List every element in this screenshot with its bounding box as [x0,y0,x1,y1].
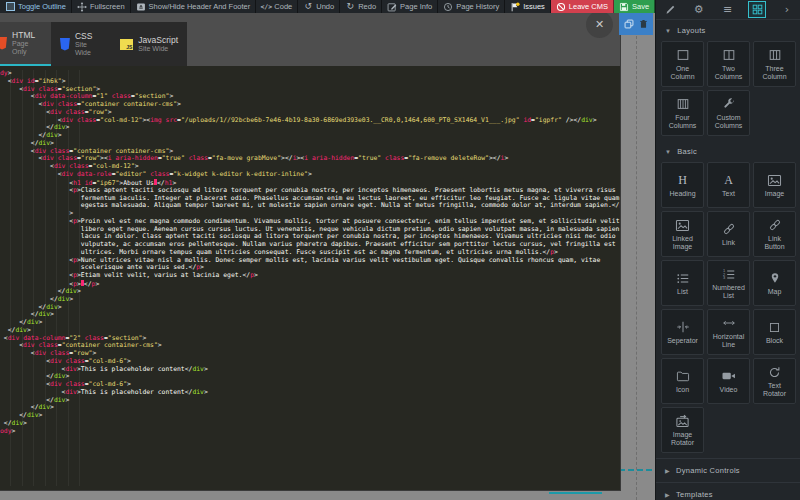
close-editor-button[interactable]: ✕ [586,11,613,38]
toolbar-label: Show/Hide Header And Footer [149,2,251,11]
code-icon: </> [261,2,271,12]
code-editor-panel: HTMLPage OnlyCSSSite WideJSJavaScriptSit… [0,13,620,490]
widget-tile-image-rotator[interactable]: Image Rotator [661,407,704,453]
widget-tile-link-button[interactable]: Link Button [753,211,796,257]
widget-tile-label: List [674,288,691,296]
tab-text: JavaScriptSite Wide [138,35,178,53]
list-icon [676,271,690,286]
folder-icon [676,369,690,384]
tab-css[interactable]: CSSSite Wide [51,22,111,66]
widget-tile-seperator[interactable]: Seperator [661,309,704,355]
widget-tile-label: Link [719,239,738,247]
widget-tile-three-column[interactable]: Three Column [753,41,796,87]
tab-html[interactable]: HTMLPage Only [0,22,51,66]
tab-text: CSSSite Wide [75,31,102,57]
widget-tile-linked-image[interactable]: Linked Image [661,211,704,257]
gear-icon[interactable]: ⚙ [691,2,707,17]
widget-tile-heading[interactable]: HHeading [661,162,704,208]
four-columns-icon [676,97,690,112]
image-icon [767,173,782,188]
tab-title: CSS [75,31,102,41]
toolbar-show-hide-header-and-footer-button[interactable]: Show/Hide Header And Footer [131,0,257,13]
trash-icon[interactable] [639,19,649,29]
editor-panel-header: HTMLPage OnlyCSSSite WideJSJavaScriptSit… [0,13,620,66]
widget-tile-text-rotator[interactable]: Text Rotator [753,358,796,404]
widget-tile-icon[interactable]: Icon [661,358,704,404]
js-file-icon: JS [120,39,133,50]
toolbar-undo-button[interactable]: ↺Undo [298,0,340,13]
section-header-layouts[interactable]: ▼Layouts [656,20,800,41]
widget-tile-list[interactable]: List [661,260,704,306]
widgets-sidebar: ⚙≡› ▼LayoutsOne ColumnTwo ColumnsThree C… [655,0,800,500]
svg-text:3: 3 [723,275,726,280]
section-header-dynamic-controls[interactable]: ▶Dynamic Controls [656,458,800,482]
toolbar-code-button[interactable]: </>Code [256,0,298,13]
tile-grid-layouts: One ColumnTwo ColumnsThree ColumnFour Co… [656,41,800,141]
toolbar-label: Fullscreen [90,2,125,11]
widget-tile-video[interactable]: Video [707,358,750,404]
widget-tile-label: Map [765,288,785,296]
toolbar-issues-button[interactable]: Issues [505,0,551,13]
toolbar-toggle-outline-button[interactable]: Toggle Outline [0,0,72,13]
toolbar-page-history-button[interactable]: Page History [438,0,505,13]
top-toolbar: Toggle OutlineFullscreenShow/Hide Header… [0,0,655,13]
tab-javascript[interactable]: JSJavaScriptSite Wide [111,22,187,66]
block-icon [768,320,781,335]
widget-tile-numbered-list[interactable]: 123Numbered List [707,260,750,306]
widget-tile-custom-columns[interactable]: Custom Columns [707,90,750,136]
section-header-basic[interactable]: ▼Basic [656,141,800,162]
separator-icon [676,320,690,335]
widget-tile-two-columns[interactable]: Two Columns [707,41,750,87]
page-boundary-guide [636,36,637,500]
three-columns-icon [768,48,782,63]
triangle-down-icon: ▼ [665,28,671,34]
widget-tile-image[interactable]: Image [753,162,796,208]
grid-icon[interactable] [748,1,766,18]
triangle-down-icon: ▼ [665,149,671,155]
toolbar-label: Leave CMS [569,2,608,11]
section-header-templates[interactable]: ▶Templates [656,482,800,500]
css-file-icon [60,38,70,51]
widget-tile-label: Block [763,337,786,345]
widget-tile-text[interactable]: AText [707,162,750,208]
widget-tile-label: Icon [673,386,692,394]
triangle-right-icon: ▶ [665,491,670,498]
menu-icon[interactable]: ≡ [720,2,736,17]
widget-tile-horizontal-line[interactable]: Horizontal Line [707,309,750,355]
toolbar-label: Undo [316,2,334,11]
widget-tile-four-columns[interactable]: Four Columns [661,90,704,136]
toolbar-label: Issues [523,2,545,11]
widget-tile-label: Three Column [754,65,795,81]
toolbar-redo-button[interactable]: ↻Redo [340,0,382,13]
toolbar-save-button[interactable]: Save [614,0,655,13]
toolbar-label: Save [632,2,649,11]
toolbar-leave-cms-button[interactable]: Leave CMS [551,0,614,13]
section-label: Dynamic Controls [676,466,740,475]
panel-resize-indicator [549,492,602,494]
duplicate-icon[interactable] [624,19,634,29]
image-rotate-icon [675,414,690,429]
issues-icon [510,2,520,12]
html-file-icon [0,37,7,50]
code-text[interactable]: dy> <div id="ih6k"> <div class="section"… [0,66,620,435]
widget-tile-link[interactable]: Link [707,211,750,257]
horizontal-line-icon [722,316,736,331]
widget-tile-label: Image [762,190,787,198]
code-area[interactable]: dy> <div id="ih6k"> <div class="section"… [0,66,620,490]
pencil-icon[interactable] [662,2,678,17]
widget-tile-block[interactable]: Block [753,309,796,355]
toolbar-label: Toggle Outline [18,2,66,11]
widget-tile-label: Horizontal Line [708,333,749,349]
two-columns-icon [722,48,736,63]
widget-tile-map[interactable]: Map [753,260,796,306]
toolbar-label: Page History [456,2,499,11]
move-icon [77,2,87,12]
widget-tile-one-column[interactable]: One Column [661,41,704,87]
chevron-right-icon[interactable]: › [779,2,795,17]
image-icon [675,218,690,233]
widget-tile-label: Linked Image [662,235,703,251]
tab-title: JavaScript [138,35,178,45]
toolbar-page-info-button[interactable]: Page Info [382,0,438,13]
toolbar-fullscreen-button[interactable]: Fullscreen [72,0,131,13]
one-column-icon [676,48,690,63]
